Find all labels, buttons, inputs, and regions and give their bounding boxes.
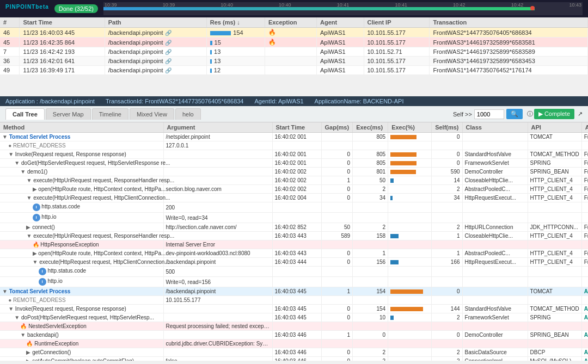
- agent-label: FrontWAS2: [584, 195, 588, 201]
- tree-expand-icon[interactable]: ▼: [8, 151, 14, 157]
- ct-agent: [581, 340, 588, 348]
- col-path: Path: [105, 17, 206, 28]
- link-icon[interactable]: 🔗: [165, 67, 171, 73]
- cell-client-ip: 10.101.55.177: [364, 28, 430, 38]
- calltree-row[interactable]: ▼ Tomcat Servlet Process /backendapi.pin…: [0, 287, 588, 296]
- tree-expand-icon[interactable]: ▼: [14, 160, 20, 166]
- ct-api: HTTP_CLIENT_4: [528, 258, 581, 267]
- calltree-row[interactable]: ▶ open(HttpRoute route, HttpContext cont…: [0, 185, 588, 194]
- calltree-row[interactable]: ▼ execute(HttpUriRequest request, Respon…: [0, 176, 588, 185]
- ct-api: SPRING_BEAN: [528, 331, 581, 340]
- calltree-row[interactable]: ▼ backendapi() 16:40:03 446 1 0 0 DemoCo…: [0, 331, 588, 340]
- complete-button[interactable]: ▶ Complete: [534, 109, 574, 119]
- ct-method: ▼ Invoke(Request request, Response respo…: [0, 150, 163, 159]
- tab-mixed-view[interactable]: Mixed View: [130, 108, 174, 120]
- col-client-ip: Client IP: [364, 17, 430, 28]
- cell-exception: [265, 66, 316, 75]
- tree-expand-icon[interactable]: ▼: [26, 177, 32, 183]
- table-row[interactable]: 45 11/23 16:42:35 864 /backendapi.pinpoi…: [0, 38, 588, 47]
- calltree-section[interactable]: Method Argument Start Time Gap(ms) Exec(…: [0, 122, 588, 361]
- tree-expand-icon[interactable]: ▼: [20, 169, 26, 175]
- calltree-row[interactable]: ▼ Invoke(Request request, Response respo…: [0, 150, 588, 159]
- tree-expand-icon[interactable]: ▼: [2, 134, 8, 140]
- tree-expand-icon[interactable]: ▼: [26, 195, 32, 201]
- tree-expand-icon[interactable]: ▶: [33, 250, 37, 256]
- cell-res: 13: [206, 47, 265, 57]
- cell-res: 12: [206, 66, 265, 75]
- table-row[interactable]: 49 11/23 16:39:49 171 /backendapi.pinpoi…: [0, 66, 588, 75]
- calltree-row[interactable]: ▼ doPost(HttpServletRequest request, Htt…: [0, 313, 588, 322]
- calltree-row[interactable]: ▼ Invoke(Request request, Response respo…: [0, 305, 588, 313]
- tree-expand-icon[interactable]: ▼: [33, 259, 38, 265]
- calltree-row[interactable]: ▼ Tomcat Servlet Process /netspider.pinp…: [0, 133, 588, 141]
- upper-section: # Start Time Path Res (ms) ↓ Exception A…: [0, 17, 588, 96]
- calltree-row[interactable]: ▼ execute(HttpUriRequest request, HttpCl…: [0, 194, 588, 202]
- tab-helo[interactable]: helo: [175, 108, 201, 120]
- ct-col-method: Method: [0, 122, 163, 133]
- ct-exec: [353, 322, 388, 331]
- ct-col-start: Start Time: [272, 122, 321, 133]
- calltree-row[interactable]: 🔥 NestedServletException Request process…: [0, 322, 588, 331]
- calltree-row[interactable]: i http.status.code 200: [0, 202, 588, 213]
- calltree-row[interactable]: i http.io Write=0, read=34: [0, 213, 588, 223]
- ct-method: ▶ open(HttpRoute route, HttpContext cont…: [0, 249, 163, 258]
- ct-agent: FrontWAS2: [581, 249, 588, 258]
- link-icon[interactable]: 🔗: [165, 40, 171, 46]
- tree-expand-icon[interactable]: ▼: [20, 332, 26, 338]
- calltree-row[interactable]: ▶ getConnection() 16:40:03 446 0 2 2 Bas…: [0, 348, 588, 357]
- calltree-row[interactable]: ● REMOTE_ADDRESS 127.0.0.1: [0, 141, 588, 150]
- calltree-row[interactable]: 🔥 HttpResponseException Internal Server …: [0, 240, 588, 249]
- exception-method: RuntimeException: [34, 341, 78, 347]
- ct-class: [462, 322, 528, 331]
- self-label: Self >>: [453, 111, 472, 118]
- ct-gap: 0: [321, 357, 353, 361]
- tree-expand-icon[interactable]: ▼: [2, 288, 8, 294]
- calltree-row[interactable]: ▼ doGet(HttpServletRequest request, Http…: [0, 159, 588, 168]
- ct-gap: 0: [321, 258, 353, 267]
- table-row[interactable]: 7 11/23 16:42:42 193 /backendapi.pinpoin…: [0, 47, 588, 57]
- calltree-row[interactable]: i http.io Write=0, read=156: [0, 277, 588, 287]
- calltree-row[interactable]: i http.status.code 500: [0, 267, 588, 277]
- ct-agent: FrontWAS2: [581, 194, 588, 202]
- ct-api: SPRING: [528, 159, 581, 168]
- self-input[interactable]: [474, 109, 504, 119]
- ct-start-time: 16:40:02 001: [272, 159, 321, 168]
- logo-text: PINPOINT: [5, 4, 35, 10]
- calltree-row[interactable]: ▶ open(HttpRoute route, HttpContext cont…: [0, 249, 588, 258]
- search-button[interactable]: 🔍: [506, 109, 523, 119]
- calltree-row[interactable]: 🔥 RuntimeException cubrid.jdbc.driver.CU…: [0, 340, 588, 348]
- calltree-row[interactable]: ▼ demo1() 16:40:02 002 0 801 590 DemoCon…: [0, 168, 588, 176]
- ct-argument: 10.101.55.177: [163, 296, 272, 305]
- tree-expand-icon[interactable]: ▼: [26, 233, 32, 239]
- ct-api: TOMCAT_METHOD: [528, 305, 581, 313]
- ct-start-time: 16:40:02 002: [272, 176, 321, 185]
- link-icon[interactable]: 🔗: [165, 30, 171, 36]
- calltree-row[interactable]: ▶ setAutoCommit(boolean autoCommitFlag) …: [0, 357, 588, 361]
- ct-api: TOMCAT: [528, 133, 581, 141]
- tab-call-tree[interactable]: Call Tree: [5, 108, 45, 120]
- ct-argument: [163, 232, 272, 240]
- http-label: http.status.code: [47, 268, 86, 274]
- tab-timeline[interactable]: Timeline: [92, 108, 128, 120]
- ct-gap: 0: [321, 305, 353, 313]
- ct-exec: 10: [353, 313, 388, 322]
- calltree-row[interactable]: ▼ execute(HttpRequest request, HttpClien…: [0, 258, 588, 267]
- col-agent: Agent: [316, 17, 364, 28]
- tree-expand-icon[interactable]: ▶: [33, 186, 37, 192]
- tree-expand-icon[interactable]: ▼: [14, 314, 20, 320]
- tab-server-map[interactable]: Server Map: [46, 108, 91, 120]
- calltree-row[interactable]: ● REMOTE_ADDRESS 10.101.55.177: [0, 296, 588, 305]
- tree-expand-icon[interactable]: ▼: [8, 306, 14, 312]
- calltree-row[interactable]: ▶ connect() http://section.cafe.naver.co…: [0, 223, 588, 232]
- tree-expand-icon[interactable]: ▶: [26, 349, 30, 355]
- icon-question[interactable]: ⓘ: [527, 110, 533, 118]
- link-icon[interactable]: 🔗: [165, 58, 171, 64]
- table-row[interactable]: 46 11/23 16:40:03 445 /backendapi.pinpoi…: [0, 28, 588, 38]
- icon-external-link[interactable]: ↗: [578, 110, 583, 118]
- tree-expand-icon[interactable]: ▶: [26, 358, 30, 361]
- tree-expand-icon[interactable]: ▶: [26, 224, 30, 230]
- link-icon[interactable]: 🔗: [165, 49, 171, 55]
- ct-api: [528, 277, 581, 287]
- calltree-row[interactable]: ▼ execute(HttpUriRequest request, Respon…: [0, 232, 588, 240]
- table-row[interactable]: 36 11/23 16:42:01 641 /backendapi.pinpoi…: [0, 57, 588, 66]
